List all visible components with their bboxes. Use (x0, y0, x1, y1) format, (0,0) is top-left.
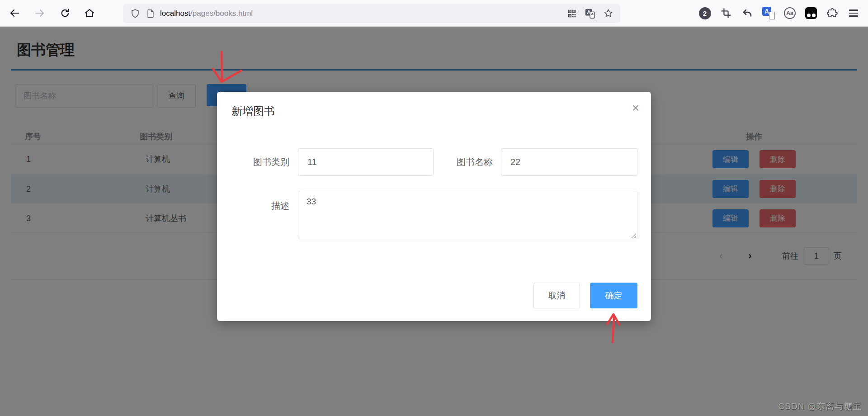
screenshot-crop-icon[interactable] (716, 3, 736, 23)
description-label: 描述 (244, 200, 289, 212)
category-field[interactable] (298, 148, 434, 176)
translate-icon[interactable]: A (582, 6, 598, 21)
confirm-button[interactable]: 确定 (590, 283, 637, 308)
url-text[interactable]: localhost/pages/books.html (160, 9, 564, 18)
dark-extension-icon[interactable] (801, 3, 821, 23)
translate-extension-icon[interactable]: A (759, 3, 778, 23)
page-info-icon[interactable] (143, 6, 158, 21)
shield-icon[interactable] (127, 6, 143, 21)
bookmark-star-icon[interactable] (600, 6, 616, 21)
address-bar[interactable]: localhost/pages/books.html A (123, 4, 620, 23)
menu-hamburger-icon[interactable] (844, 3, 863, 23)
forward-icon[interactable] (30, 3, 50, 23)
home-icon[interactable] (80, 3, 99, 23)
description-field[interactable]: 33 (298, 191, 637, 239)
book-name-field[interactable] (501, 148, 637, 176)
reload-icon[interactable] (55, 3, 75, 23)
url-path: /pages/books.html (190, 9, 253, 18)
dialog-title: 新增图书 (231, 104, 275, 118)
cancel-button[interactable]: 取消 (533, 283, 580, 308)
description-field-wrap: 33 (298, 191, 637, 239)
extensions-puzzle-icon[interactable] (822, 3, 842, 23)
back-icon[interactable] (5, 3, 24, 23)
reader-aa-icon[interactable]: Aa (780, 3, 800, 23)
url-host: localhost (160, 9, 190, 18)
book-name-label: 图书名称 (420, 148, 493, 176)
screen: localhost/pages/books.html A 2 (0, 0, 868, 416)
undo-icon[interactable] (737, 3, 757, 23)
browser-toolbar: localhost/pages/books.html A 2 (0, 0, 868, 27)
qr-code-icon[interactable] (564, 6, 580, 21)
category-label: 图书类别 (244, 148, 289, 176)
tab-counter-badge[interactable]: 2 (695, 3, 715, 23)
close-icon[interactable]: × (632, 102, 639, 114)
add-book-dialog: 新增图书 × 图书类别 图书名称 描述 33 取消 确定 (217, 92, 651, 321)
